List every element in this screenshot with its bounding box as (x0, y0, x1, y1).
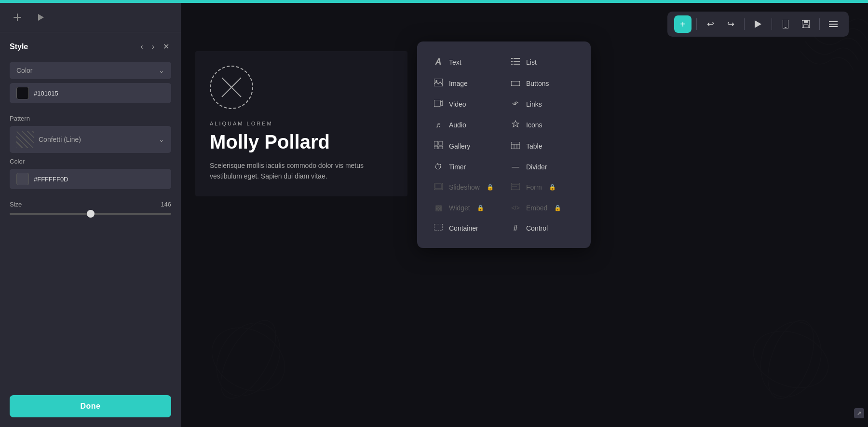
icons-icon (511, 120, 520, 130)
done-button[interactable]: Done (10, 395, 171, 417)
svg-rect-13 (511, 61, 513, 62)
menu-label-buttons: Buttons (526, 80, 549, 87)
menu-item-icons[interactable]: Icons (504, 114, 581, 136)
close-icon[interactable] (10, 10, 25, 25)
pattern-chevron-icon: ⌄ (159, 136, 164, 143)
svg-rect-15 (511, 64, 513, 65)
svg-rect-33 (435, 184, 442, 189)
text-icon: A (434, 57, 443, 67)
menu-label-audio: Audio (449, 121, 466, 129)
buttons-icon (511, 79, 520, 88)
menu-item-container[interactable]: Container (427, 218, 504, 238)
lock-icon-embed: 🔒 (554, 205, 561, 211)
toolbar-divider-3 (772, 18, 772, 30)
embed-icon: </> (511, 205, 520, 211)
svg-rect-12 (514, 58, 520, 59)
menu-label-links: Links (526, 100, 542, 108)
avatar (210, 66, 253, 109)
nav-prev-icon[interactable]: ‹ (138, 41, 145, 52)
links-icon (511, 100, 520, 109)
menu-button[interactable] (825, 15, 842, 33)
menu-label-icons: Icons (526, 121, 542, 129)
menu-item-text[interactable]: A Text (427, 51, 504, 73)
svg-rect-27 (439, 146, 443, 149)
nav-next-icon[interactable]: › (150, 41, 156, 52)
menu-item-embed: </> Embed 🔒 (504, 197, 581, 218)
save-button[interactable] (797, 15, 814, 33)
svg-rect-20 (434, 100, 440, 107)
gallery-icon (434, 141, 443, 151)
toolbar-divider-1 (696, 18, 697, 30)
lock-icon-form: 🔒 (549, 184, 556, 191)
svg-rect-19 (511, 81, 520, 86)
size-row: Size 146 (0, 196, 181, 211)
add-elements-dropdown: A Text List Image Buttons Vi (417, 41, 591, 248)
color-dropdown[interactable]: Color ⌄ (10, 62, 171, 79)
color-chevron-icon: ⌄ (159, 67, 164, 74)
svg-point-3 (204, 312, 293, 408)
menu-label-text: Text (449, 58, 461, 66)
menu-label-container: Container (449, 224, 478, 232)
menu-item-control[interactable]: # Control (504, 218, 581, 238)
size-value: 146 (161, 201, 171, 208)
nav-close-icon[interactable]: ✕ (161, 41, 171, 52)
mobile-button[interactable] (777, 15, 794, 33)
play-button[interactable] (749, 15, 767, 33)
pattern-dropdown[interactable]: Confetti (Line) ⌄ (10, 126, 171, 153)
resize-handle[interactable]: ⇗ (854, 408, 864, 418)
container-icon (434, 224, 443, 233)
add-button[interactable]: + (674, 15, 692, 33)
menu-label-gallery: Gallery (449, 142, 470, 150)
canvas-area: ALIQUAM LOREM Molly Pollard Scelerisque … (181, 3, 868, 427)
menu-label-form: Form (526, 183, 542, 191)
size-label: Size (10, 201, 22, 208)
color-value-row[interactable]: #101015 (10, 83, 171, 103)
card-title: Molly Pollard (210, 131, 393, 152)
svg-point-8 (759, 314, 823, 404)
svg-point-6 (750, 313, 831, 405)
menu-label-divider: Divider (526, 163, 547, 171)
redo-button[interactable]: ↪ (722, 15, 739, 33)
toolbar-divider-4 (819, 18, 820, 30)
toolbar: + ↩ ↪ (667, 12, 849, 37)
menu-item-buttons[interactable]: Buttons (504, 73, 581, 94)
color-swatch (16, 87, 29, 99)
menu-item-table[interactable]: Table (504, 136, 581, 157)
play-icon[interactable] (33, 10, 48, 25)
sidebar-title: Style (10, 42, 28, 51)
svg-rect-24 (434, 141, 438, 145)
size-slider-track[interactable] (10, 213, 171, 215)
svg-rect-34 (511, 183, 520, 190)
color-hex-value: #101015 (34, 90, 58, 97)
toolbar-divider-2 (744, 18, 745, 30)
size-slider-fill (10, 213, 91, 215)
svg-rect-1 (17, 14, 18, 21)
menu-item-video[interactable]: Video (427, 94, 504, 114)
svg-rect-28 (511, 142, 520, 149)
menu-item-gallery[interactable]: Gallery (427, 136, 504, 157)
menu-label-video: Video (449, 100, 466, 108)
menu-label-timer: Timer (449, 163, 466, 171)
svg-marker-38 (755, 20, 761, 28)
pattern-color-row[interactable]: #FFFFFF0D (10, 169, 171, 189)
menu-item-links[interactable]: Links (504, 94, 581, 114)
control-icon: # (511, 224, 520, 233)
menu-label-embed: Embed (526, 204, 547, 212)
menu-item-divider[interactable]: — Divider (504, 157, 581, 177)
menu-item-slideshow: Slideshow 🔒 (427, 177, 504, 197)
audio-icon: ♬ (434, 121, 443, 129)
svg-point-5 (210, 312, 286, 407)
menu-item-list[interactable]: List (504, 51, 581, 73)
color-label: Color (16, 67, 32, 74)
size-slider-thumb[interactable] (87, 210, 95, 218)
timer-icon: ⏱ (434, 163, 443, 171)
divider-icon: — (511, 163, 520, 171)
menu-item-image[interactable]: Image (427, 73, 504, 94)
menu-label-control: Control (526, 224, 548, 232)
menu-item-timer[interactable]: ⏱ Timer (427, 157, 504, 177)
menu-item-audio[interactable]: ♬ Audio (427, 114, 504, 136)
svg-marker-23 (512, 121, 519, 127)
card-body: Scelerisque mollis iaculis commodo dolor… (210, 160, 393, 182)
undo-button[interactable]: ↩ (702, 15, 719, 33)
lock-icon-widget: 🔒 (477, 205, 484, 211)
